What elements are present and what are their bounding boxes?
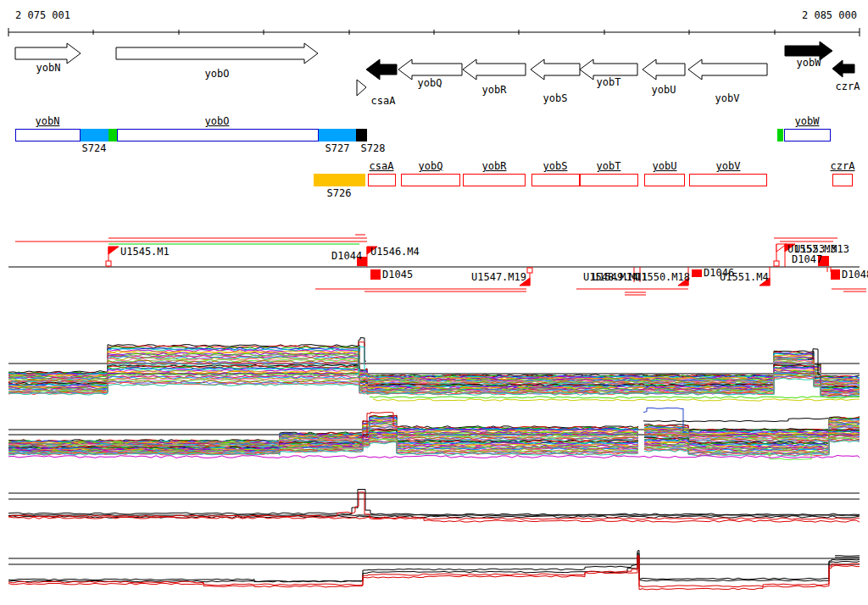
feature-box-yobN[interactable] — [15, 129, 81, 142]
gene-arrow-yobV[interactable] — [688, 59, 767, 80]
feature-label-yobO: yobO — [205, 116, 230, 127]
tu-label-D1048: D1048 — [842, 269, 868, 280]
gene-arrow-yobU[interactable] — [643, 59, 685, 80]
genome-browser-screen: 2 075 001 2 085 000 yobNyobOcsaAyobQyobR… — [0, 0, 868, 605]
tu-label-D1045: D1045 — [382, 269, 413, 280]
feature-box-yobR[interactable] — [463, 174, 526, 186]
ruler-start-coordinate: 2 075 001 — [15, 10, 70, 21]
gene-arrow-label-czrA: czrA — [836, 81, 860, 92]
feature-label-csaA: csaA — [370, 161, 394, 172]
gene-arrow-label-yobU: yobU — [652, 85, 676, 96]
tu-flag-U1545.M1[interactable] — [108, 247, 119, 254]
gene-arrow-label-yobQ: yobQ — [418, 78, 442, 89]
tu-label-U1550.M18: U1550.M18 — [635, 272, 690, 283]
gene-arrow-yobO[interactable] — [116, 43, 318, 64]
feature-box-yobW[interactable] — [784, 129, 831, 142]
segment-label-S727: S727 — [326, 143, 350, 154]
ruler-end-coordinate: 2 085 000 — [802, 10, 857, 21]
tu-flag-base-U1547.M19 — [527, 268, 532, 273]
segment-label-S726: S726 — [327, 188, 352, 199]
gene-arrow-yobR[interactable] — [463, 59, 526, 80]
expression-line — [8, 556, 860, 587]
feature-label-yobN: yobN — [36, 116, 60, 127]
feature-segment-S727[interactable] — [319, 129, 356, 142]
feature-label-yobV: yobV — [716, 161, 741, 172]
feature-segment-S728[interactable] — [356, 129, 367, 142]
gene-arrow-yobN[interactable] — [15, 43, 81, 64]
segment-label-S728: S728 — [361, 143, 386, 154]
gene-arrow-label-yobR: yobR — [482, 85, 507, 96]
expression-line — [835, 556, 860, 557]
csaA-marker-triangle-icon[interactable] — [357, 80, 366, 96]
feature-segment-green-1[interactable] — [108, 129, 117, 142]
feature-box-yobQ[interactable] — [401, 174, 460, 186]
feature-label-yobU: yobU — [653, 161, 677, 172]
feature-segment-S724[interactable] — [81, 129, 108, 142]
tu-label-D1047: D1047 — [792, 254, 822, 265]
gene-arrow-label-yobO: yobO — [205, 69, 230, 80]
tu-flag-base-U1552.M3 — [774, 261, 779, 266]
tu-label-D1046: D1046 — [704, 268, 734, 279]
feature-label-yobQ: yobQ — [419, 161, 443, 172]
gene-arrow-label-yobS: yobS — [543, 93, 568, 104]
vector-layer — [0, 0, 868, 605]
feature-box-yobV[interactable] — [689, 174, 767, 186]
feature-label-yobW: yobW — [795, 116, 820, 127]
tu-label-U1545.M1: U1545.M1 — [120, 247, 170, 258]
expression-line — [8, 553, 860, 582]
feature-box-csaA[interactable] — [368, 174, 396, 186]
feature-label-czrA: czrA — [831, 161, 855, 172]
feature-box-yobT[interactable] — [580, 174, 638, 186]
tu-label-U1546.M4: U1546.M4 — [370, 247, 420, 258]
expression-line — [373, 399, 860, 401]
gene-arrow-label-yobT: yobT — [597, 77, 621, 88]
tu-flag-base-U1545.M1 — [106, 261, 111, 266]
feature-label-yobT: yobT — [597, 161, 621, 172]
tu-box-D1045[interactable] — [370, 269, 381, 280]
tu-label-U1547.M19: U1547.M19 — [471, 272, 526, 283]
tu-label-D1044: D1044 — [331, 251, 362, 262]
tu-box-D1048[interactable] — [831, 269, 840, 280]
expression-line — [8, 556, 860, 590]
gene-arrow-czrA[interactable] — [832, 60, 854, 77]
feature-box-yobU[interactable] — [644, 174, 685, 186]
gene-arrow-csaA[interactable] — [366, 59, 397, 80]
expression-line — [643, 419, 828, 422]
segment-label-S724: S724 — [82, 143, 107, 154]
feature-box-yobS[interactable] — [531, 174, 580, 186]
gene-arrow-label-yobN: yobN — [36, 63, 61, 74]
feature-label-yobS: yobS — [543, 161, 568, 172]
feature-segment-S726[interactable] — [314, 174, 365, 186]
gene-arrow-label-csaA: csaA — [371, 96, 396, 107]
gene-arrow-label-yobV: yobV — [715, 93, 740, 104]
feature-box-czrA[interactable] — [832, 174, 853, 186]
expression-line — [370, 397, 860, 398]
gene-arrow-yobS[interactable] — [531, 59, 580, 80]
gene-arrow-label-yobW: yobW — [797, 58, 821, 69]
expression-line — [8, 456, 860, 458]
tu-box-D1046[interactable] — [692, 269, 702, 277]
feature-segment-green-2[interactable] — [777, 129, 783, 142]
expression-line — [8, 415, 638, 441]
expression-line — [8, 551, 860, 582]
feature-label-yobR: yobR — [482, 161, 507, 172]
feature-box-yobO[interactable] — [117, 129, 319, 142]
